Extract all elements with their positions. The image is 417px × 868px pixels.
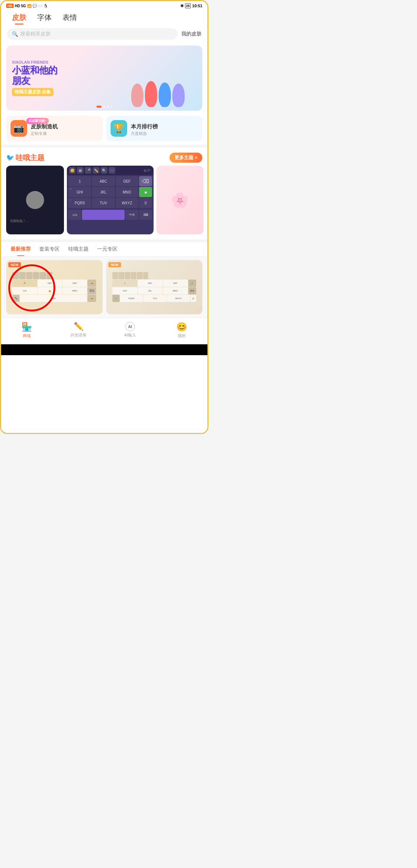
mine-icon: 😊 bbox=[176, 322, 187, 332]
kbd-more-icon: ⋯ bbox=[109, 167, 115, 174]
skin-maker-icon: 📷 bbox=[10, 120, 27, 137]
pink-keyboard-preview[interactable]: 🌸 bbox=[156, 166, 203, 234]
skin-card-1-new-badge: NEW bbox=[8, 262, 21, 267]
wao-theme-label: 哇哦主题 bbox=[16, 153, 44, 163]
skin-maker-name: 皮肤制造机 bbox=[31, 123, 98, 130]
dot-3 bbox=[107, 106, 109, 108]
kbd-key-green[interactable]: ■ bbox=[139, 187, 152, 197]
wao-theme-title: 🐦 哇哦主题 bbox=[6, 153, 44, 163]
banner-characters bbox=[119, 49, 197, 107]
my-skin-button[interactable]: 我的皮肤 bbox=[181, 31, 202, 37]
ai-icon: AI bbox=[125, 322, 135, 331]
nav-mall[interactable]: 🏪 商城 bbox=[1, 322, 53, 339]
battery-indicator: 28 bbox=[185, 3, 191, 8]
kbd-key-1[interactable]: '1 bbox=[68, 176, 91, 186]
status-left: HD HD 5G 📶 💬 ✉️ 🐧 bbox=[6, 4, 48, 8]
dot-4 bbox=[110, 106, 112, 108]
character-4 bbox=[172, 84, 185, 107]
tab-emoji[interactable]: 表情 bbox=[63, 13, 77, 25]
cat-tab-bundle[interactable]: 套装专区 bbox=[35, 242, 64, 256]
search-icon: 🔍 bbox=[12, 31, 18, 37]
feature-card-ranking[interactable]: 🏆 本月排行榜 月度精选 bbox=[106, 116, 203, 141]
bird-icon: 🐦 bbox=[6, 154, 14, 162]
keyboard-preview-row: 无限制造 / ... 😊 ⊞ 🎤 ✏️ 🔍 ⋯ ·おク· '1 ABC DEF … bbox=[1, 166, 207, 239]
pink-deco: 🌸 bbox=[171, 192, 189, 209]
category-tabs: 最新推荐 套装专区 哇哦主题 一元专区 bbox=[1, 242, 207, 256]
battery-level: 28 bbox=[186, 4, 190, 8]
skin-maker-info: 试试新功能~ 皮肤制造机 定制专属 bbox=[31, 120, 98, 136]
skin-card-1[interactable]: NEW ① ABC DEF 🐱 bbox=[6, 260, 103, 314]
more-themes-button[interactable]: 更多主题 > bbox=[169, 153, 202, 163]
cat-tab-1yuan[interactable]: 一元专区 bbox=[93, 242, 122, 256]
kbd-key-0[interactable]: 0 bbox=[139, 198, 152, 208]
skin-grid: NEW ① ABC DEF 🐱 bbox=[1, 256, 207, 318]
kbd-key-space[interactable] bbox=[82, 210, 125, 220]
skin-card-2[interactable]: NEW 1 ABC DEF × bbox=[106, 260, 203, 314]
feature-cards: 📷 试试新功能~ 皮肤制造机 定制专属 🏆 本月排行榜 月度精选 bbox=[1, 114, 207, 145]
bluetooth-icon: ✻ bbox=[180, 4, 184, 8]
clock: 10:51 bbox=[192, 4, 202, 8]
mail-icon: ✉️ bbox=[38, 4, 42, 8]
feature-card-skin-maker[interactable]: 📷 试试新功能~ 皮肤制造机 定制专属 bbox=[6, 116, 103, 141]
purple-keyboard-preview[interactable]: 😊 ⊞ 🎤 ✏️ 🔍 ⋯ ·おク· '1 ABC DEF ⌫ ?GHI JKL … bbox=[67, 166, 154, 234]
ai-label: AI输入 bbox=[124, 332, 136, 338]
hd-badge: HD bbox=[6, 4, 14, 8]
mine-label: 我的 bbox=[178, 333, 186, 339]
kbd-mic-icon: 🎤 bbox=[85, 167, 91, 174]
dot-2 bbox=[103, 106, 105, 108]
top-tabs: 皮肤 字体 表情 bbox=[1, 10, 207, 25]
mini-kbd-1: ① ABC DEF 🐱 CHI 🐱 MNO 重输 🐾 TUV 🐱 bbox=[11, 271, 98, 304]
banner[interactable]: XIAOLAN FRIENDS 小蓝和他的 朋友 哇哦主题皮肤 合集 bbox=[6, 46, 202, 111]
signal-bars: 📶 bbox=[27, 4, 31, 8]
dark-label: 无限制造 / ... bbox=[10, 219, 28, 224]
character-3 bbox=[159, 82, 171, 107]
search-input-wrap[interactable]: 🔍 搜索精美皮肤 bbox=[7, 28, 178, 40]
kbd-emoji-icon: 😊 bbox=[69, 167, 76, 174]
kbd-key-mno[interactable]: MNO bbox=[116, 187, 138, 197]
cat-tab-wao[interactable]: 哇哦主题 bbox=[64, 242, 93, 256]
kbd-key-123[interactable]: 123 bbox=[68, 210, 81, 220]
divider-1 bbox=[1, 145, 207, 148]
kbd-key-zhcn[interactable]: 中/英 bbox=[125, 210, 138, 220]
tab-font[interactable]: 字体 bbox=[37, 13, 52, 25]
kbd-key-ghi[interactable]: ?GHI bbox=[68, 187, 91, 197]
kbd-search-icon: 🔍 bbox=[101, 167, 107, 174]
cat-tab-latest[interactable]: 最新推荐 bbox=[6, 242, 35, 256]
bottom-nav: 🏪 商城 ✏️ 闪光语录 AI AI输入 😊 我的 bbox=[1, 318, 207, 344]
banner-text: XIAOLAN FRIENDS 小蓝和他的 朋友 哇哦主题皮肤 合集 bbox=[12, 60, 113, 96]
character-2 bbox=[145, 81, 157, 107]
kbd-key-abc[interactable]: ABC bbox=[92, 176, 115, 186]
skin-card-2-preview: NEW 1 ABC DEF × bbox=[106, 260, 203, 314]
kbd-keys-area: '1 ABC DEF ⌫ ?GHI JKL MNO ■ !PQRS TUV WX… bbox=[67, 175, 154, 209]
banner-sub-label: 哇哦主题皮肤 合集 bbox=[12, 88, 53, 96]
nav-ai[interactable]: AI AI输入 bbox=[104, 322, 156, 339]
banner-brand: XIAOLAN FRIENDS bbox=[12, 60, 113, 64]
nav-mine[interactable]: 😊 我的 bbox=[156, 322, 207, 339]
mall-icon: 🏪 bbox=[21, 322, 32, 332]
kbd-key-def[interactable]: DEF bbox=[116, 176, 138, 186]
search-area: 🔍 搜索精美皮肤 我的皮肤 bbox=[1, 25, 207, 43]
banner-dots bbox=[96, 106, 112, 108]
kbd-key-tuv[interactable]: TUV bbox=[92, 198, 115, 208]
kbd-key-jkl[interactable]: JKL bbox=[92, 187, 115, 197]
kbd-key-pqrs[interactable]: !PQRS bbox=[68, 198, 91, 208]
ranking-name: 本月排行榜 bbox=[131, 123, 198, 130]
phone-frame: HD HD 5G 📶 💬 ✉️ 🐧 ✻ 28 10:51 皮肤 字体 表情 🔍 … bbox=[0, 0, 208, 434]
msg-icon: 💬 bbox=[33, 4, 37, 8]
dark-keyboard-preview[interactable]: 无限制造 / ... bbox=[6, 166, 64, 234]
kbd-key-backspace[interactable]: ⌫ bbox=[139, 176, 152, 186]
ranking-info: 本月排行榜 月度精选 bbox=[131, 120, 198, 136]
kbd-top-bar: 😊 ⊞ 🎤 ✏️ 🔍 ⋯ ·おク· bbox=[67, 166, 154, 175]
banner-inner: XIAOLAN FRIENDS 小蓝和他的 朋友 哇哦主题皮肤 合集 bbox=[6, 46, 202, 111]
character-1 bbox=[131, 84, 143, 107]
dark-circle bbox=[26, 191, 44, 209]
skin-card-2-new-badge: NEW bbox=[108, 262, 121, 267]
home-indicator-bar bbox=[1, 344, 207, 355]
nav-flashquote[interactable]: ✏️ 闪光语录 bbox=[53, 322, 104, 339]
dot-1 bbox=[96, 106, 102, 108]
kbd-key-layout[interactable]: ⌨ bbox=[139, 210, 152, 220]
kbd-key-wxyz[interactable]: WXYZ bbox=[116, 198, 138, 208]
skin-card-1-preview: NEW ① ABC DEF 🐱 bbox=[6, 260, 103, 314]
status-right: ✻ 28 10:51 bbox=[180, 3, 202, 8]
tab-skin[interactable]: 皮肤 bbox=[12, 13, 26, 25]
